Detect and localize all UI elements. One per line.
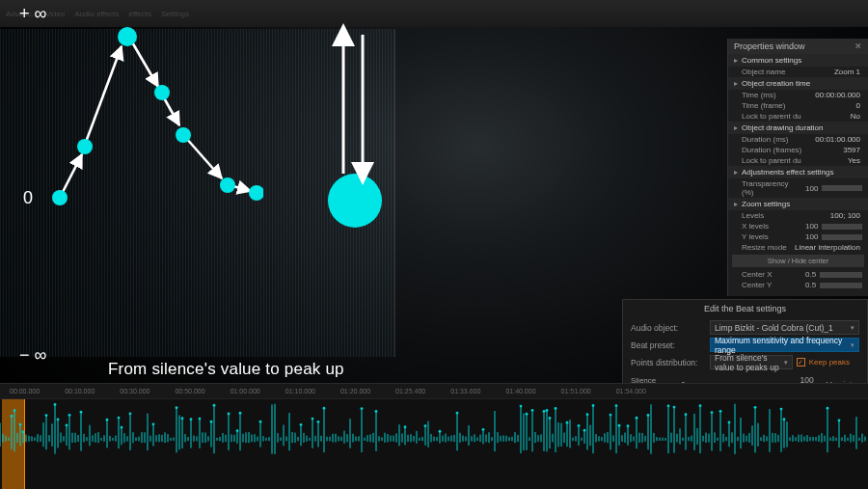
svg-point-170 (361, 407, 364, 410)
beat-preset-label: Beat preset: (631, 340, 706, 350)
svg-point-42 (57, 418, 60, 421)
center-x-slider[interactable] (820, 272, 862, 278)
points-distribution-label: Points distribution: (631, 358, 706, 367)
prop-label: Lock to parent du (742, 112, 801, 121)
prop-label: Duration (frames) (742, 146, 801, 154)
section-drawing[interactable]: Object drawing duration (728, 122, 868, 134)
prop-value[interactable]: 0.5 (805, 270, 816, 279)
prop-value[interactable]: 100 (805, 232, 818, 241)
prop-value[interactable]: 100 (805, 184, 818, 193)
beat-title: Edit the Beat settings (631, 304, 859, 317)
svg-point-195 (424, 424, 427, 427)
prop-value[interactable]: 100; 100 (830, 211, 860, 220)
prop-value[interactable]: Zoom 1 (834, 68, 860, 76)
chevron-down-icon: ▾ (851, 324, 854, 332)
caption: From silence's value to peak up (108, 360, 344, 379)
prop-value[interactable]: No (851, 112, 860, 121)
svg-point-218 (482, 428, 485, 431)
prop-label: Levels (742, 211, 764, 220)
svg-point-74 (129, 412, 132, 415)
svg-point-27 (22, 430, 25, 433)
prop-value[interactable]: Linear interpolation (795, 243, 860, 252)
svg-point-92 (176, 406, 178, 409)
svg-point-68 (118, 417, 121, 420)
beat-waveform[interactable] (0, 401, 868, 478)
svg-point-40 (54, 403, 57, 406)
section-adjust[interactable]: Adjustments effect settings (728, 166, 868, 178)
properties-header: Properties window ✕ (728, 39, 868, 54)
properties-panel: Properties window ✕ Common settings Obje… (727, 39, 868, 296)
svg-point-153 (317, 421, 320, 423)
svg-point-187 (404, 425, 407, 428)
prop-value[interactable]: Yes (848, 156, 860, 165)
prop-label: Y levels (742, 232, 801, 241)
time-mark: 01:10.000 (285, 388, 315, 394)
svg-point-110 (213, 404, 216, 407)
center-y-slider[interactable] (820, 283, 862, 288)
menu-item[interactable]: effects (129, 10, 151, 18)
prop-label: Time (frame) (742, 101, 785, 110)
show-hide-center-button[interactable]: Show / Hide center (732, 255, 864, 267)
svg-point-238 (531, 409, 534, 412)
svg-point-263 (583, 429, 586, 432)
y-levels-slider[interactable] (822, 234, 862, 240)
svg-point-301 (667, 404, 670, 407)
svg-point-288 (636, 417, 638, 420)
time-mark: 01:33.600 (450, 388, 480, 394)
beat-preset-select[interactable]: Maximum sensitivity and frequency range▾ (710, 338, 859, 352)
section-common[interactable]: Common settings (728, 54, 868, 67)
svg-point-350 (783, 418, 786, 421)
audio-object-label: Audio object: (631, 323, 706, 333)
time-mark: 01:20.000 (340, 388, 370, 394)
prop-label: Lock to parent du (742, 156, 801, 165)
menu-item[interactable]: Settings (161, 10, 189, 18)
prop-value[interactable]: 0.5 (805, 281, 816, 289)
time-mark: 01:00.000 (231, 388, 260, 394)
menu-item[interactable]: Audio effects (74, 10, 119, 18)
points-distribution-select[interactable]: From silence's value to peaks up▾ (710, 355, 793, 369)
prop-value[interactable]: 00:00:00.000 (815, 91, 860, 99)
properties-title: Properties window (734, 41, 805, 51)
vertical-arrows (336, 29, 374, 183)
svg-point-243 (543, 410, 546, 413)
prop-value[interactable]: 0 (856, 101, 860, 110)
section-zoom[interactable]: Zoom settings (728, 198, 868, 210)
svg-point-103 (199, 418, 202, 421)
svg-point-280 (618, 424, 621, 427)
section-creation[interactable]: Object creation time (728, 77, 868, 90)
close-icon[interactable]: ✕ (854, 41, 862, 51)
prop-label: Time (ms) (742, 91, 776, 99)
svg-point-275 (610, 414, 612, 417)
prop-label: Object name (742, 68, 785, 76)
time-mark: 01:54.000 (616, 388, 646, 394)
prop-label: Duration (ms) (742, 135, 788, 144)
svg-point-83 (152, 422, 155, 425)
menu-item[interactable]: Video (45, 10, 65, 18)
x-levels-slider[interactable] (822, 224, 862, 230)
prop-value[interactable]: 100 (805, 222, 818, 231)
prop-label: X levels (742, 222, 801, 231)
top-menu: Advanc.. Video Audio effects effects Set… (0, 0, 868, 27)
svg-point-99 (190, 418, 193, 421)
time-mark: 00:30.000 (120, 388, 149, 394)
svg-point-36 (45, 414, 48, 417)
svg-point-22 (14, 409, 16, 412)
time-mark: 01:51.000 (561, 388, 591, 394)
prop-value[interactable]: 00:01:00.000 (815, 135, 860, 144)
svg-point-53 (80, 411, 83, 414)
svg-point-260 (578, 424, 581, 427)
time-ruler[interactable]: 00:00.000 00:10.000 00:30.000 00:50.000 … (0, 384, 868, 399)
svg-point-371 (838, 419, 841, 421)
svg-point-235 (526, 413, 529, 416)
timeline[interactable]: 00:00.000 00:10.000 00:30.000 00:50.000 … (0, 383, 868, 489)
keep-peaks-checkbox[interactable]: ✓ (797, 358, 805, 367)
svg-point-25 (19, 423, 22, 426)
transparency-slider[interactable] (822, 185, 862, 191)
keep-peaks-label: Keep peaks (809, 358, 850, 367)
svg-point-366 (827, 407, 829, 410)
svg-point-201 (439, 430, 442, 433)
audio-object-select[interactable]: Limp Bizkit - Gold Cobra (Cut)_1▾ (710, 320, 859, 335)
svg-point-46 (66, 424, 68, 427)
prop-value[interactable]: 3597 (843, 146, 860, 154)
svg-point-320 (711, 411, 714, 414)
